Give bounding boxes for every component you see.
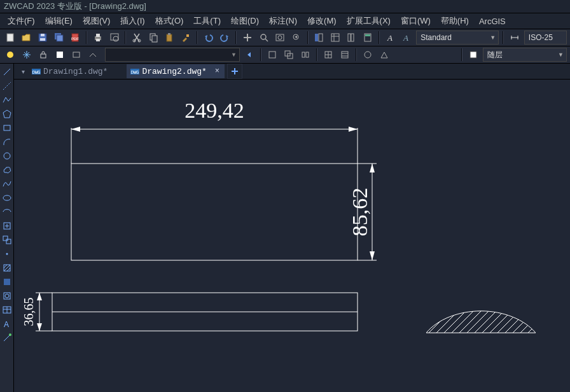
new-file-button[interactable] xyxy=(3,30,18,45)
svg-line-76 xyxy=(4,335,10,341)
match-prop-button[interactable] xyxy=(178,30,193,45)
save-button[interactable] xyxy=(35,30,50,45)
tab-add-button[interactable] xyxy=(227,64,242,79)
table-tool[interactable] xyxy=(1,304,13,316)
menu-modify[interactable]: 修改(M) xyxy=(302,14,342,28)
table-tool-2[interactable] xyxy=(337,47,352,62)
pan-button[interactable] xyxy=(240,30,255,45)
tool-palette-button[interactable] xyxy=(344,30,359,45)
open-file-button[interactable] xyxy=(19,30,34,45)
menu-extend-tools[interactable]: 扩展工具(X) xyxy=(342,14,396,28)
svg-rect-30 xyxy=(348,34,351,41)
menu-insert[interactable]: 插入(I) xyxy=(115,14,149,28)
svg-rect-62 xyxy=(3,236,8,241)
undo-button[interactable] xyxy=(201,30,216,45)
menu-window[interactable]: 窗口(W) xyxy=(396,14,436,28)
color-swatch[interactable] xyxy=(466,47,481,62)
redo-button[interactable] xyxy=(217,30,232,45)
menu-format[interactable]: 格式(O) xyxy=(150,14,189,28)
svg-rect-46 xyxy=(302,52,305,57)
dim-style-dropdown[interactable]: ISO-25 xyxy=(524,31,567,45)
copy-button[interactable] xyxy=(146,30,161,45)
layer-more-icon[interactable] xyxy=(69,47,84,62)
menu-bar: 文件(F) 编辑(E) 视图(V) 插入(I) 格式(O) 工具(T) 绘图(D… xyxy=(0,13,570,29)
layer-freeze-icon[interactable] xyxy=(19,47,34,62)
point-tool[interactable] xyxy=(1,248,13,260)
make-block-tool[interactable] xyxy=(1,234,13,246)
save-all-button[interactable] xyxy=(52,30,67,45)
zoom-realtime-button[interactable] xyxy=(256,30,272,45)
mtext-tool[interactable]: A xyxy=(1,318,13,330)
svg-rect-47 xyxy=(306,52,309,57)
gradient-tool[interactable] xyxy=(1,276,13,288)
block-tool-1[interactable] xyxy=(265,47,280,62)
calc-button[interactable] xyxy=(360,30,375,45)
design-center-button[interactable] xyxy=(328,30,343,45)
misc-tool-2[interactable] xyxy=(377,47,392,62)
menu-draw[interactable]: 绘图(D) xyxy=(226,14,264,28)
text-style-dropdown[interactable]: Standard ▼ xyxy=(416,31,499,45)
svg-rect-87 xyxy=(71,164,358,260)
block-tool-3[interactable] xyxy=(298,47,313,62)
menu-tools[interactable]: 工具(T) xyxy=(188,14,226,28)
line-tool[interactable] xyxy=(1,66,13,78)
color-bylayer-dropdown[interactable]: 随层 ▼ xyxy=(483,48,567,62)
svg-point-59 xyxy=(4,153,10,159)
tab-scroll-arrow[interactable]: ▾ xyxy=(18,68,28,75)
menu-edit[interactable]: 编辑(E) xyxy=(40,14,78,28)
block-tool-2[interactable] xyxy=(281,47,296,62)
svg-rect-17 xyxy=(167,34,172,41)
svg-line-57 xyxy=(3,82,11,90)
layer-more2-icon[interactable] xyxy=(85,47,101,62)
menu-arcgis[interactable]: ArcGIS xyxy=(474,15,511,27)
dim-left-small-text: 36,65 xyxy=(22,298,36,326)
layer-on-icon[interactable] xyxy=(3,47,18,62)
print-preview-button[interactable] xyxy=(107,30,122,45)
properties-button[interactable] xyxy=(312,30,327,45)
svg-rect-16 xyxy=(152,36,157,42)
rectangle-tool[interactable] xyxy=(1,122,13,134)
layer-previous-button[interactable] xyxy=(242,47,257,62)
text-style-value: Standard xyxy=(421,33,452,42)
ellipse-tool[interactable] xyxy=(1,192,13,204)
layer-lock-icon[interactable] xyxy=(36,47,51,62)
layer-color-icon[interactable] xyxy=(52,47,67,62)
zoom-window-button[interactable] xyxy=(272,30,288,45)
hatch-tool[interactable] xyxy=(1,262,13,274)
svg-rect-31 xyxy=(351,34,354,41)
close-icon[interactable]: × xyxy=(215,67,219,76)
text-style-icon[interactable]: A xyxy=(383,30,398,45)
insert-block-tool[interactable] xyxy=(1,220,13,232)
dim-style-icon[interactable] xyxy=(507,30,522,45)
tab-drawing1[interactable]: DWG Drawing1.dwg* xyxy=(28,64,125,78)
tab-drawing2[interactable]: DWG Drawing2.dwg* × xyxy=(127,64,224,78)
menu-dimension[interactable]: 标注(N) xyxy=(264,14,302,28)
pdf-button[interactable]: PDF xyxy=(68,30,83,45)
hatched-section xyxy=(421,290,570,340)
menu-help[interactable]: 帮助(H) xyxy=(436,14,474,28)
paste-button[interactable] xyxy=(162,30,177,45)
construction-line-tool[interactable] xyxy=(1,80,13,92)
polygon-tool[interactable] xyxy=(1,108,13,120)
zoom-prev-button[interactable] xyxy=(289,30,304,45)
arc-tool[interactable] xyxy=(1,136,13,148)
svg-text:PDF: PDF xyxy=(71,37,79,41)
ellipse-arc-tool[interactable] xyxy=(1,206,13,218)
drawing-canvas[interactable]: 249,42 85,62 xyxy=(14,80,570,392)
menu-file[interactable]: 文件(F) xyxy=(3,14,40,28)
svg-rect-18 xyxy=(168,33,170,35)
menu-view[interactable]: 视图(V) xyxy=(78,14,115,28)
region-tool[interactable] xyxy=(1,290,13,302)
print-button[interactable] xyxy=(90,30,106,45)
circle-tool[interactable] xyxy=(1,150,13,162)
addline-tool[interactable] xyxy=(1,332,13,344)
text-style-icon-2[interactable]: A xyxy=(400,30,415,45)
layer-dropdown[interactable]: ▼ xyxy=(105,48,240,62)
svg-rect-19 xyxy=(186,34,189,37)
polyline-tool[interactable] xyxy=(1,94,13,106)
table-tool-1[interactable] xyxy=(321,47,336,62)
misc-tool-1[interactable] xyxy=(360,47,375,62)
revcloud-tool[interactable] xyxy=(1,164,13,176)
spline-tool[interactable] xyxy=(1,178,13,190)
cut-button[interactable] xyxy=(129,30,144,45)
